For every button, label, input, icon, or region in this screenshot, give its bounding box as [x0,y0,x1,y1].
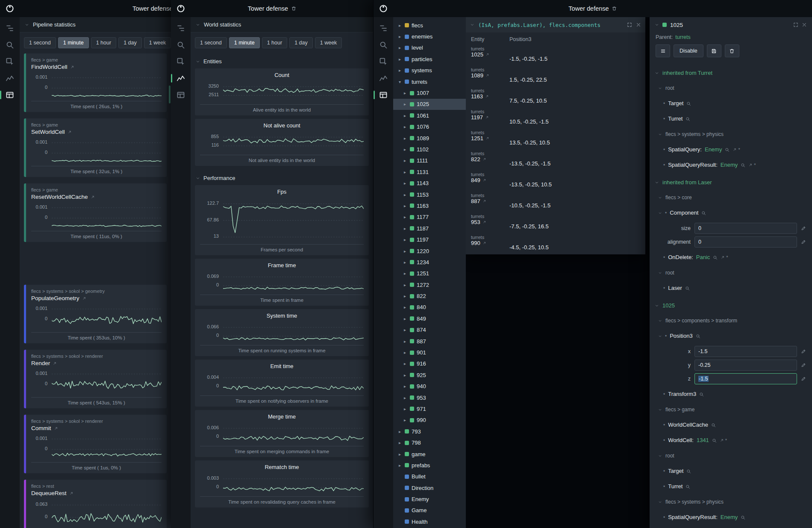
tree-item-971[interactable]: ▸971 [393,403,466,414]
query-component-icon[interactable] [713,255,718,260]
browse-button[interactable] [656,44,670,57]
open-entity-icon[interactable] [482,241,486,245]
component-value-link[interactable]: 1341 [697,436,709,445]
query-button[interactable] [4,56,15,67]
time-tab-1-minute[interactable]: 1 minute [229,37,260,48]
tree-item-level[interactable]: ▸level [393,42,466,53]
edit-field-icon[interactable] [801,226,806,231]
open-system-icon[interactable] [82,296,86,301]
tree-item-940[interactable]: ▸940 [393,381,466,392]
tree-item-1111[interactable]: ▸1111 [393,155,466,166]
follow-ref-icon[interactable] [721,255,725,260]
field-input-y[interactable]: -0.25 [694,360,797,371]
entity-link[interactable]: 849 [471,177,509,183]
delete-world-icon[interactable] [612,6,617,11]
open-system-icon[interactable] [70,65,74,69]
open-system-icon[interactable] [69,491,74,496]
tree-item-916[interactable]: ▸916 [393,358,466,369]
tree-item-1177[interactable]: ▸1177 [393,212,466,223]
tree-expand-icon[interactable]: ▸ [403,91,407,95]
inspector-section-inherited-from-turret[interactable]: inherited from Turret [650,63,812,80]
open-entity-icon[interactable] [485,74,489,77]
field-input-alignment[interactable]: 0 [694,236,797,248]
time-tab-1-day[interactable]: 1 day [118,37,142,48]
pipeline-panel-header[interactable]: Pipeline statistics [20,17,171,32]
tree-expand-icon[interactable]: ▸ [403,158,407,163]
tree-expand-icon[interactable]: ▸ [397,452,402,457]
follow-ref-icon[interactable] [733,147,737,152]
open-system-icon[interactable] [54,426,58,431]
component-row-Turret[interactable]: •Turret [650,111,812,127]
tree-item-Direction[interactable]: Direction [393,482,466,493]
tree-expand-icon[interactable]: ▸ [403,361,407,366]
section-header-performance[interactable]: Performance [195,169,369,185]
open-entity-icon[interactable] [482,220,486,224]
open-system-icon[interactable] [68,130,72,134]
chevron-down-icon[interactable] [470,23,474,27]
parent-link[interactable]: turrets [675,34,690,40]
component-row-Position3[interactable]: •Position3 [650,328,812,344]
query-component-icon[interactable] [741,163,745,168]
component-value-link[interactable]: Enemy [721,513,738,522]
inspector-scope[interactable]: flecs > game [650,402,812,417]
tree-item-Health[interactable]: Health [393,516,466,527]
entity-link[interactable]: 1025 [471,51,509,58]
tree-item-enemies[interactable]: ▸enemies [393,31,466,42]
tree-item-953[interactable]: ▸953 [393,392,466,403]
tree-item-1007[interactable]: ▸1007 [393,87,466,98]
component-row-Target[interactable]: •Target [650,463,812,479]
entity-link[interactable]: 1163 [471,93,509,100]
follow-ref-icon[interactable] [748,163,753,167]
tree-item-1102[interactable]: ▸1102 [393,144,466,155]
tree-item-1251[interactable]: ▸1251 [393,268,466,279]
component-value-link[interactable]: Enemy [721,161,738,169]
tree-expand-icon[interactable]: ▸ [403,294,407,298]
edit-field-icon[interactable] [801,239,806,245]
query-component-icon[interactable] [685,484,690,489]
tree-expand-icon[interactable]: ▸ [403,181,407,186]
query-button[interactable] [175,56,186,67]
tree-expand-icon[interactable]: ▸ [397,463,402,468]
tree-item-822[interactable]: ▸822 [393,290,466,301]
tree-expand-icon[interactable]: ▸ [397,440,402,445]
entity-link[interactable]: 1197 [471,114,509,121]
tree-expand-icon[interactable]: ▸ [403,316,407,321]
field-input-size[interactable]: 0 [694,223,797,234]
search-button[interactable] [175,39,186,50]
tree-expand-icon[interactable]: ▸ [403,249,407,254]
entity-link[interactable]: 953 [471,219,509,225]
time-tab-1-hour[interactable]: 1 hour [262,37,287,48]
entity-link[interactable]: 990 [471,240,509,246]
query-component-icon[interactable] [701,211,706,215]
query-component-icon[interactable] [696,334,700,339]
tree-item-Game[interactable]: Game [393,505,466,516]
query-component-icon[interactable] [685,117,690,121]
collapse-inspector-icon[interactable] [655,23,659,27]
tree-expand-icon[interactable]: ▸ [397,34,402,39]
open-system-icon[interactable] [91,195,95,199]
tree-item-1143[interactable]: ▸1143 [393,177,466,189]
field-input-x[interactable]: -1.5 [694,346,797,357]
tree-item-1061[interactable]: ▸1061 [393,110,466,121]
game-canvas[interactable]: (IsA, prefabs.Laser), flecs.components E… [466,17,812,528]
save-button[interactable] [707,44,721,57]
chart-button[interactable] [378,73,389,84]
tree-expand-icon[interactable]: ▸ [403,113,407,118]
time-tab-1-week[interactable]: 1 week [144,37,171,48]
field-input-z[interactable]: -1.5 [694,373,797,384]
tree-expand-icon[interactable]: ▾ [397,80,402,84]
tree-item-990[interactable]: ▸990 [393,415,466,426]
time-tab-1-day[interactable]: 1 day [289,37,313,48]
inspector-scope[interactable]: flecs > core [650,190,812,205]
tree-expand-icon[interactable]: ▸ [403,418,407,422]
tree-expand-icon[interactable]: ▸ [403,226,407,231]
inspector-scope[interactable]: flecs > systems > physics [650,494,812,510]
tree-item-849[interactable]: ▸849 [393,313,466,324]
stats-button[interactable] [175,89,186,100]
entity-link[interactable]: 1251 [471,135,509,142]
query-component-icon[interactable] [741,515,745,520]
tree-expand-icon[interactable]: ▸ [403,395,407,400]
time-tab-1-minute[interactable]: 1 minute [58,37,89,48]
hierarchy-button[interactable] [378,23,389,34]
tree-item-prefabs[interactable]: ▸prefabs [393,460,466,471]
